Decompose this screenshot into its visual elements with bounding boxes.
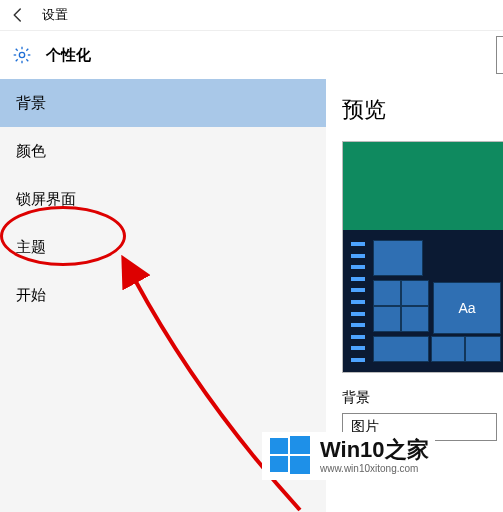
sidebar-item-label: 开始 xyxy=(16,286,46,305)
sidebar-item-label: 背景 xyxy=(16,94,46,113)
svg-point-0 xyxy=(19,52,24,57)
preview-thumbnail: Aa xyxy=(342,141,503,373)
svg-line-8 xyxy=(26,49,28,51)
svg-rect-9 xyxy=(270,438,288,454)
svg-rect-10 xyxy=(290,436,310,454)
sidebar-item-lockscreen[interactable]: 锁屏界面 xyxy=(0,175,326,223)
preview-heading: 预览 xyxy=(342,95,503,125)
gear-icon xyxy=(12,45,32,65)
windows-logo-icon xyxy=(268,434,312,478)
back-button[interactable] xyxy=(8,5,28,25)
svg-line-5 xyxy=(16,49,18,51)
watermark: Win10之家 www.win10xitong.com xyxy=(262,432,435,480)
svg-rect-11 xyxy=(270,456,288,472)
search-input[interactable] xyxy=(496,36,503,74)
svg-line-7 xyxy=(16,59,18,61)
sidebar-item-label: 主题 xyxy=(16,238,46,257)
sidebar-item-themes[interactable]: 主题 xyxy=(0,223,326,271)
sample-text-tile: Aa xyxy=(433,282,501,334)
svg-rect-12 xyxy=(290,456,310,474)
section-title: 个性化 xyxy=(46,46,91,65)
svg-line-6 xyxy=(26,59,28,61)
window-title: 设置 xyxy=(42,6,68,24)
sidebar-item-colors[interactable]: 颜色 xyxy=(0,127,326,175)
sidebar-item-start[interactable]: 开始 xyxy=(0,271,326,319)
sidebar-item-label: 颜色 xyxy=(16,142,46,161)
taskbar-icon-strip xyxy=(351,242,365,362)
watermark-title: Win10之家 xyxy=(320,438,429,462)
watermark-subtitle: www.win10xitong.com xyxy=(320,463,429,474)
sidebar-item-background[interactable]: 背景 xyxy=(0,79,326,127)
background-label: 背景 xyxy=(342,389,503,407)
start-tiles: Aa xyxy=(373,240,503,364)
sidebar-item-label: 锁屏界面 xyxy=(16,190,76,209)
